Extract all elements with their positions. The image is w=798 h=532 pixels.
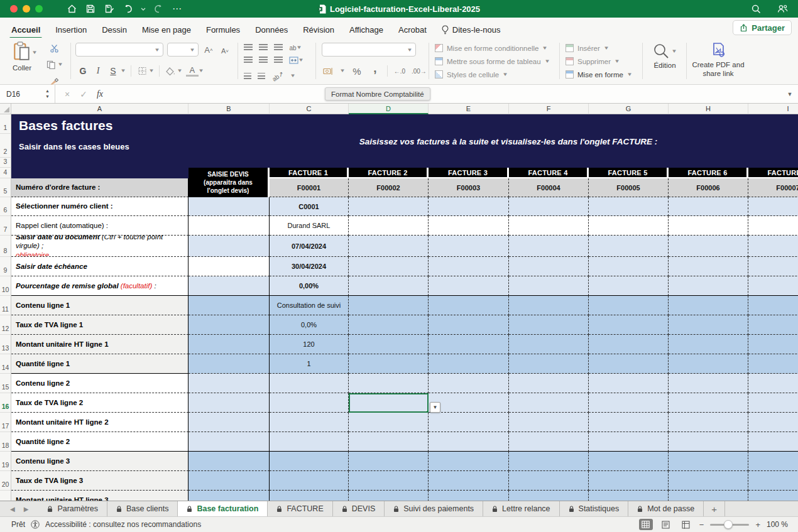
cell-G15[interactable] [589,374,669,393]
cell-E9[interactable] [429,257,509,276]
cell-E14[interactable] [429,354,509,374]
tab-mise-en-page[interactable]: Mise en page [142,21,191,35]
grow-font-icon[interactable]: A˄ [202,43,215,57]
cell-F8[interactable] [509,236,589,257]
save-as-icon[interactable] [102,2,117,16]
save-icon[interactable] [83,2,98,16]
cell-E8[interactable] [429,236,509,257]
add-sheet-button[interactable]: + [704,501,725,516]
cell-styles-button[interactable]: Styles de cellule▼ [435,68,555,80]
cell-H6[interactable] [669,197,748,216]
cell-C8[interactable]: 07/04/2024 [270,236,349,257]
cell-D8[interactable] [349,236,429,257]
cell-H20[interactable] [669,471,748,491]
next-sheet-icon[interactable]: ▶ [24,506,29,513]
sheet-tab-suivi-des-paiements[interactable]: Suivi des paiements [385,501,483,516]
cell-C20[interactable] [270,471,349,491]
cell-C16[interactable] [270,393,349,413]
sheet-tab-lettre-relance[interactable]: Lettre relance [483,501,559,516]
sheet-tab-mot-de-passe[interactable]: Mot de passe [628,501,704,516]
facture-header-2[interactable]: FACTURE 2 [349,168,429,178]
row-header-8[interactable]: 8 [0,236,11,257]
facture-header-3[interactable]: FACTURE 3 [429,168,509,178]
cell-E19[interactable] [429,452,509,471]
row-label-11[interactable]: Contenu ligne 1 [11,296,189,315]
cell-E13[interactable] [429,335,509,354]
cell-G8[interactable] [589,236,669,257]
percent-style-icon[interactable]: % [351,64,363,78]
cell-D13[interactable] [349,335,429,354]
cut-icon[interactable] [46,41,63,55]
create-pdf-button[interactable]: Create PDF and share link [691,38,745,84]
number-format-combo[interactable]: ▼ [322,43,416,57]
cell-G5[interactable]: F00005 [589,178,669,197]
conditional-formatting-button[interactable]: Mise en forme conditionnelle▼ [435,42,555,54]
cell-F5[interactable]: F00004 [509,178,589,197]
cell-H7[interactable] [669,216,748,236]
row-header-20[interactable]: 20 [0,471,11,491]
align-left-icon[interactable] [244,57,253,63]
cell-I13[interactable] [748,335,798,354]
cell-D11[interactable] [349,296,429,315]
minimize-window-button[interactable] [23,5,30,13]
cell-F19[interactable] [509,452,589,471]
cell-I21[interactable] [748,491,798,501]
cell-G20[interactable] [589,471,669,491]
col-header-I[interactable]: I [748,104,798,114]
cell-C21[interactable] [270,491,349,501]
underline-button[interactable]: S [106,66,121,76]
selected-cell-D16[interactable] [349,393,429,413]
cell-B19[interactable] [189,452,270,471]
zoom-slider-knob[interactable] [724,520,733,529]
cell-C6[interactable]: C0001 [270,197,349,216]
row-label-15[interactable]: Contenu ligne 2 [11,374,189,393]
confirm-entry-icon[interactable]: ✓ [75,89,92,99]
cell-I20[interactable] [748,471,798,491]
cell-F9[interactable] [509,257,589,276]
cell-E20[interactable] [429,471,509,491]
facture-header-7[interactable]: FACTURE 7 [748,168,798,178]
cell-G7[interactable] [589,216,669,236]
col-header-A[interactable]: A [11,104,189,114]
accounting-format-chevron-icon[interactable]: ▼ [339,68,346,73]
cell-H16[interactable] [669,393,748,413]
align-middle-icon[interactable] [259,44,268,51]
cell-C18[interactable] [270,432,349,452]
cell-D6[interactable] [349,197,429,216]
cell-D10[interactable] [349,276,429,296]
normal-view-icon[interactable] [639,519,653,530]
search-icon[interactable] [748,2,763,16]
cell-C11[interactable]: Consultation de suivi [270,296,349,315]
cell-F11[interactable] [509,296,589,315]
fill-color-menu-chevron-icon[interactable]: ▼ [177,68,183,73]
row-label-18[interactable]: Quantité ligne 2 [11,432,189,452]
cell-G11[interactable] [589,296,669,315]
cell-B17[interactable] [189,413,270,432]
tab-accueil[interactable]: Accueil [11,21,40,35]
zoom-out-icon[interactable]: − [699,520,704,529]
row-label-21[interactable]: Montant unitaire HT ligne 3 [11,491,189,501]
tab-revision[interactable]: Révision [303,21,334,35]
cell-G9[interactable] [589,257,669,276]
cell-D9[interactable] [349,257,429,276]
borders-icon[interactable] [136,64,149,78]
cell-I17[interactable] [748,413,798,432]
row-header-16[interactable]: 16 [0,393,11,413]
align-top-icon[interactable] [244,44,253,51]
tab-insertion[interactable]: Insertion [55,21,87,35]
cell-B15[interactable] [189,374,270,393]
tab-donnees[interactable]: Données [255,21,288,35]
row-label-20[interactable]: Taux de TVA ligne 3 [11,471,189,491]
cell-D7[interactable] [349,216,429,236]
insert-function-icon[interactable]: fx [92,89,108,99]
italic-button[interactable]: I [90,66,106,76]
font-color-menu-chevron-icon[interactable]: ▼ [198,68,204,73]
row-label-12[interactable]: Taux de TVA ligne 1 [11,315,189,335]
row-label-16[interactable]: Taux de TVA ligne 2 [11,393,189,413]
insert-cells-button[interactable]: Insérer▼ [566,42,640,54]
tab-formules[interactable]: Formules [206,21,240,35]
cell-G17[interactable] [589,413,669,432]
cell-D17[interactable] [349,413,429,432]
row-label-13[interactable]: Montant unitaire HT ligne 1 [11,335,189,354]
cell-D20[interactable] [349,471,429,491]
